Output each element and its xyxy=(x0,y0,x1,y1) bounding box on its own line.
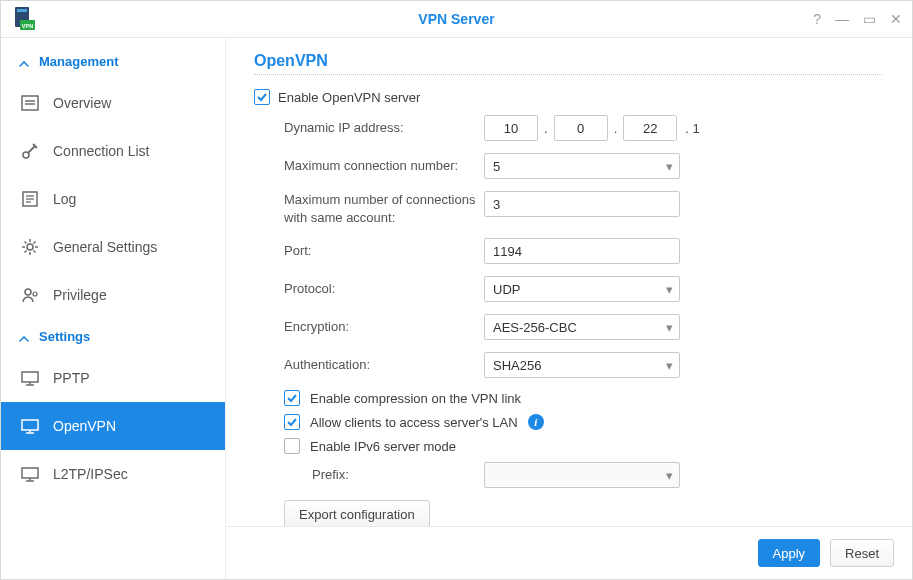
sidebar-item-l2tp[interactable]: L2TP/IPSec xyxy=(1,450,225,498)
chevron-up-icon xyxy=(19,57,29,67)
field-auth: Authentication: SHA256 ▾ xyxy=(284,352,882,378)
allow-lan-checkbox[interactable] xyxy=(284,414,300,430)
chevron-up-icon xyxy=(19,332,29,342)
sidebar-item-connection-list[interactable]: Connection List xyxy=(1,127,225,175)
sidebar: Management Overview Connection List Log xyxy=(1,38,226,579)
port-input[interactable] xyxy=(484,238,680,264)
sidebar-item-label: Log xyxy=(53,191,76,207)
protocol-select[interactable]: UDP ▾ xyxy=(484,276,680,302)
svg-rect-1 xyxy=(17,9,27,12)
sidebar-item-openvpn[interactable]: OpenVPN xyxy=(1,402,225,450)
svg-rect-4 xyxy=(22,96,38,110)
protocol-value: UDP xyxy=(493,282,520,297)
svg-line-19 xyxy=(34,242,36,244)
maxconn-select[interactable]: 5 ▾ xyxy=(484,153,680,179)
sidebar-item-label: Privilege xyxy=(53,287,107,303)
window-title: VPN Server xyxy=(1,11,912,27)
titlebar: VPN VPN Server ? — ▭ ✕ xyxy=(1,1,912,38)
sidebar-section-settings[interactable]: Settings xyxy=(1,319,225,354)
overview-icon xyxy=(19,93,41,113)
sidebar-item-label: OpenVPN xyxy=(53,418,116,434)
sidebar-item-overview[interactable]: Overview xyxy=(1,79,225,127)
sidebar-item-label: L2TP/IPSec xyxy=(53,466,128,482)
auth-label: Authentication: xyxy=(284,356,484,374)
field-maxsame: Maximum number of connections with same … xyxy=(284,191,882,226)
connection-icon xyxy=(19,141,41,161)
footer: Apply Reset xyxy=(226,526,912,579)
sidebar-item-general-settings[interactable]: General Settings xyxy=(1,223,225,271)
auth-value: SHA256 xyxy=(493,358,541,373)
field-maxconn: Maximum connection number: 5 ▾ xyxy=(284,153,882,179)
export-config-button[interactable]: Export configuration xyxy=(284,500,430,526)
dynip-group: . . . 1 xyxy=(484,115,700,141)
apply-button[interactable]: Apply xyxy=(758,539,821,567)
sidebar-section-management[interactable]: Management xyxy=(1,44,225,79)
body: Management Overview Connection List Log xyxy=(1,38,912,579)
maxsame-input[interactable] xyxy=(484,191,680,217)
compress-checkbox[interactable] xyxy=(284,390,300,406)
auth-select[interactable]: SHA256 ▾ xyxy=(484,352,680,378)
svg-rect-29 xyxy=(22,468,38,478)
allow-lan-row: Allow clients to access server's LAN i xyxy=(284,414,882,430)
dynip-suffix: . 1 xyxy=(685,121,699,136)
info-icon[interactable]: i xyxy=(528,414,544,430)
caret-down-icon: ▾ xyxy=(666,320,673,335)
sidebar-item-log[interactable]: Log xyxy=(1,175,225,223)
sidebar-item-label: Overview xyxy=(53,95,111,111)
encryption-select[interactable]: AES-256-CBC ▾ xyxy=(484,314,680,340)
svg-rect-26 xyxy=(22,420,38,430)
prefix-label: Prefix: xyxy=(312,466,484,484)
enable-openvpn-row: Enable OpenVPN server xyxy=(254,89,882,105)
caret-down-icon: ▾ xyxy=(666,358,673,373)
sidebar-section-label: Management xyxy=(39,54,118,69)
allow-lan-label: Allow clients to access server's LAN xyxy=(310,415,518,430)
compress-row: Enable compression on the VPN link xyxy=(284,390,882,406)
compress-label: Enable compression on the VPN link xyxy=(310,391,521,406)
maximize-icon[interactable]: ▭ xyxy=(863,11,876,27)
dynip-b-input[interactable] xyxy=(554,115,608,141)
settings-nav: PPTP OpenVPN L2TP/IPSec xyxy=(1,354,225,498)
svg-text:VPN: VPN xyxy=(22,23,33,29)
dynip-suffix-value: 1 xyxy=(692,121,699,136)
dynip-a-input[interactable] xyxy=(484,115,538,141)
monitor-icon xyxy=(19,416,41,436)
form-indent: Dynamic IP address: . . . 1 Maximum conn… xyxy=(284,115,882,526)
dot-icon: . xyxy=(544,121,548,136)
reset-button[interactable]: Reset xyxy=(830,539,894,567)
svg-line-18 xyxy=(34,251,36,253)
svg-line-17 xyxy=(25,242,27,244)
encryption-value: AES-256-CBC xyxy=(493,320,577,335)
caret-down-icon: ▾ xyxy=(666,468,673,483)
management-nav: Overview Connection List Log General Set… xyxy=(1,79,225,319)
window-controls: ? — ▭ ✕ xyxy=(813,11,902,27)
svg-point-21 xyxy=(25,289,31,295)
caret-down-icon: ▾ xyxy=(666,159,673,174)
log-icon xyxy=(19,189,41,209)
enable-openvpn-checkbox[interactable] xyxy=(254,89,270,105)
ipv6-checkbox[interactable] xyxy=(284,438,300,454)
dot-icon: . xyxy=(614,121,618,136)
field-protocol: Protocol: UDP ▾ xyxy=(284,276,882,302)
monitor-icon xyxy=(19,368,41,388)
svg-point-22 xyxy=(33,292,37,296)
gear-icon xyxy=(19,237,41,257)
app-window: VPN VPN Server ? — ▭ ✕ Management Overvi… xyxy=(0,0,913,580)
field-port: Port: xyxy=(284,238,882,264)
minimize-icon[interactable]: — xyxy=(835,11,849,27)
dynip-label: Dynamic IP address: xyxy=(284,119,484,137)
help-icon[interactable]: ? xyxy=(813,11,821,27)
maxsame-label: Maximum number of connections with same … xyxy=(284,191,484,226)
svg-point-12 xyxy=(27,244,33,250)
field-prefix: Prefix: ▾ xyxy=(312,462,882,488)
content-wrap: OpenVPN Enable OpenVPN server Dynamic IP… xyxy=(226,38,912,579)
sidebar-item-privilege[interactable]: Privilege xyxy=(1,271,225,319)
sidebar-item-label: Connection List xyxy=(53,143,150,159)
ipv6-row: Enable IPv6 server mode xyxy=(284,438,882,454)
monitor-icon xyxy=(19,464,41,484)
port-label: Port: xyxy=(284,242,484,260)
caret-down-icon: ▾ xyxy=(666,282,673,297)
sidebar-item-pptp[interactable]: PPTP xyxy=(1,354,225,402)
maxconn-value: 5 xyxy=(493,159,500,174)
dynip-c-input[interactable] xyxy=(623,115,677,141)
close-icon[interactable]: ✕ xyxy=(890,11,902,27)
